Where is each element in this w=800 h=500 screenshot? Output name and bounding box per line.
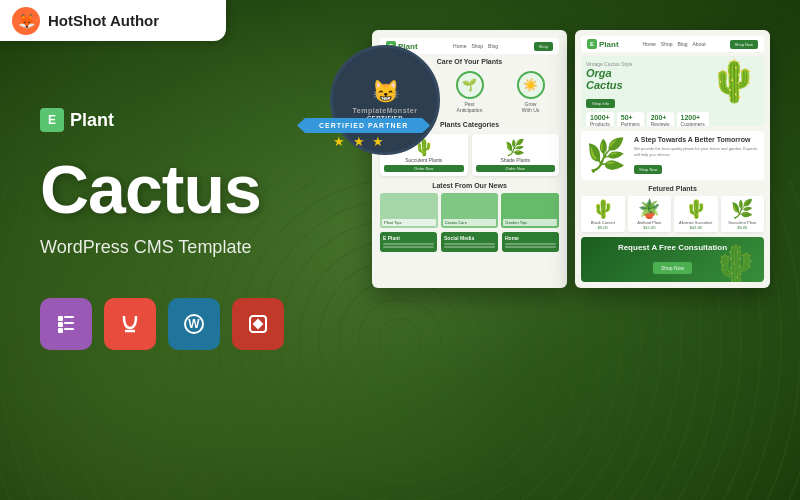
- step-title: A Step Towards A Better Tomorrow: [634, 136, 759, 144]
- news-title: Latest From Our News: [380, 182, 559, 189]
- step-plant-emoji: 🌿: [586, 136, 626, 174]
- care-item-2: 🌱 PestAnticipation: [456, 71, 484, 113]
- header-bar: 🦊 HotShot Author: [0, 0, 226, 41]
- news-label-1: Plant Tips: [382, 219, 436, 226]
- consult-btn[interactable]: Shop Now: [653, 262, 692, 274]
- footer-col-2: Social Media: [441, 232, 498, 252]
- preview-nav-links: Home Shop Blog: [453, 43, 498, 49]
- tm-cat-icon: 😸: [372, 79, 399, 105]
- stat-4: 1200+Customers: [677, 112, 709, 126]
- feat-emoji-4: 🌿: [723, 198, 763, 220]
- svg-rect-5: [64, 328, 74, 330]
- feat-price-3: $42.80: [676, 225, 716, 230]
- care-icon-3: ☀️: [517, 71, 545, 99]
- tm-stars: ★ ★ ★: [333, 134, 386, 149]
- preview-right-logo-icon: E: [587, 39, 597, 49]
- cat-btn-1[interactable]: Order Now: [384, 165, 464, 172]
- news-label-3: Garden Tips: [503, 219, 557, 226]
- care-label-2: PestAnticipation: [457, 101, 483, 113]
- svg-rect-3: [64, 316, 74, 318]
- care-label-3: GrowWith Us: [522, 101, 540, 113]
- feat-emoji-3: 🌵: [676, 198, 716, 220]
- wordpress-icon[interactable]: W: [168, 298, 220, 350]
- hero-preview: Vintage Cactus Style OrgaCactus Shop Inf…: [581, 56, 764, 126]
- preview-nav-btn[interactable]: Shop: [534, 42, 553, 51]
- news-card-3: Garden Tips: [501, 193, 559, 228]
- feat-card-1: 🌵 Black Carved $9.00: [581, 196, 625, 232]
- feat-card-3: 🌵 Abstract Succulent $42.80: [674, 196, 718, 232]
- svg-rect-4: [64, 322, 74, 324]
- uf-icon[interactable]: [104, 298, 156, 350]
- step-btn[interactable]: Shop Now: [634, 165, 662, 174]
- left-content-area: Cactus WordPress CMS Template W: [40, 100, 284, 350]
- header-title: HotShot Author: [48, 12, 159, 29]
- care-icon-2: 🌱: [456, 71, 484, 99]
- feat-price-2: $15.00: [630, 225, 670, 230]
- preview-container: E Plant Home Shop Blog Shop Care Of Your…: [372, 30, 770, 288]
- footer-col-title-1: E Plant: [383, 235, 434, 241]
- svg-text:W: W: [188, 317, 200, 331]
- feat-emoji-2: 🪴: [630, 198, 670, 220]
- svg-rect-0: [58, 316, 63, 321]
- consult-bg-emoji: 🌵: [712, 243, 759, 282]
- quix-icon[interactable]: [232, 298, 284, 350]
- featured-title: Fetured Plants: [581, 185, 764, 192]
- footer-preview: E Plant Social Media Home: [380, 232, 559, 252]
- elementor-icon[interactable]: [40, 298, 92, 350]
- news-label-2: Cactus Care: [443, 219, 497, 226]
- subtitle: WordPress CMS Template: [40, 237, 284, 258]
- main-title: Cactus: [40, 155, 284, 223]
- care-item-3: ☀️ GrowWith Us: [517, 71, 545, 113]
- step-desc: We provide the best quality plants for y…: [634, 146, 759, 156]
- svg-rect-2: [58, 328, 63, 333]
- news-grid: Plant Tips Cactus Care Garden Tips: [380, 193, 559, 228]
- featured-grid: 🌵 Black Carved $9.00 🪴 Artificial Plant …: [581, 196, 764, 232]
- consult-banner: 🌵 Request A Free Consultation Shop Now: [581, 237, 764, 282]
- preview-right-nav-links: Home Shop Blog About: [642, 41, 705, 47]
- stat-3: 200+Reviews: [647, 112, 674, 126]
- feat-emoji-1: 🌵: [583, 198, 623, 220]
- preview-right-nav-logo: E Plant: [587, 39, 619, 49]
- hotshot-logo-icon: 🦊: [12, 7, 40, 35]
- plant-cat-2: 🌿 Shade Plants Order Now: [472, 134, 560, 176]
- feat-price-1: $9.00: [583, 225, 623, 230]
- news-card-2: Cactus Care: [441, 193, 499, 228]
- svg-rect-1: [58, 322, 63, 327]
- preview-right-nav: E Plant Home Shop Blog About Shop Now: [581, 36, 764, 52]
- feat-card-4: 🌿 Succulent Plant $9.00: [721, 196, 765, 232]
- plugin-icons-row: W: [40, 298, 284, 350]
- stats-row: 1000+Products 50+Partners 200+Reviews 12…: [586, 112, 759, 126]
- stat-1: 1000+Products: [586, 112, 614, 126]
- footer-col-title-2: Social Media: [444, 235, 495, 241]
- footer-col-1: E Plant: [380, 232, 437, 252]
- news-card-1: Plant Tips: [380, 193, 438, 228]
- tm-ribbon: CERTIFIED PARTNER: [297, 118, 430, 133]
- cat-name-2: Shade Plants: [476, 157, 556, 163]
- footer-col-title-3: Home: [505, 235, 556, 241]
- footer-col-3: Home: [502, 232, 559, 252]
- cat-btn-2[interactable]: Order Now: [476, 165, 556, 172]
- preview-right-logo-text: Plant: [599, 40, 619, 49]
- preview-right-nav-btn[interactable]: Shop Now: [730, 40, 758, 49]
- feat-price-4: $9.00: [723, 225, 763, 230]
- tm-text1: TemplateMonster: [353, 107, 418, 114]
- cat-emoji-2: 🌿: [476, 138, 556, 157]
- step-text: A Step Towards A Better Tomorrow We prov…: [634, 136, 759, 175]
- preview-right-panel: E Plant Home Shop Blog About Shop Now Vi…: [575, 30, 770, 288]
- step-section: 🌿 A Step Towards A Better Tomorrow We pr…: [581, 131, 764, 180]
- cat-name-1: Succulent Plants: [384, 157, 464, 163]
- hero-cactus-emoji: 🌵: [709, 58, 759, 105]
- stat-2: 50+Partners: [617, 112, 644, 126]
- hero-shop-btn[interactable]: Shop Info: [586, 99, 615, 108]
- feat-card-2: 🪴 Artificial Plant $15.00: [628, 196, 672, 232]
